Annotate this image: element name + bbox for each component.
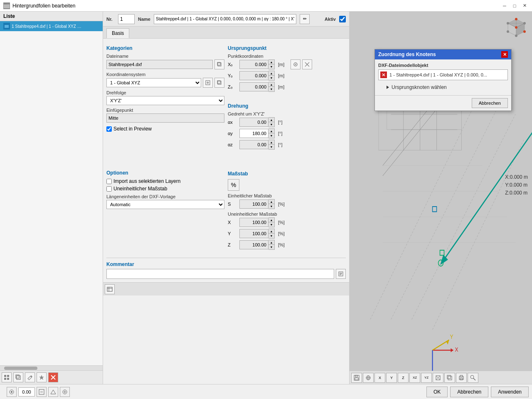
z0-down[interactable]: ▼ xyxy=(268,87,274,91)
vp-btn-xz[interactable]: XZ xyxy=(409,373,420,383)
vp-btn-fit[interactable] xyxy=(433,373,443,383)
x0-pick-btn1[interactable] xyxy=(291,59,300,69)
ay-up[interactable]: ▲ xyxy=(268,129,274,133)
viewport-canvas[interactable]: X Y Z X:0.000 m Y:0.000 m Z:0.000 m xyxy=(350,12,532,371)
einfuegepunkt-input[interactable] xyxy=(106,113,224,123)
ursprungspunkt-title: Ursprungspunkt xyxy=(228,45,346,51)
x0-down[interactable]: ▼ xyxy=(268,64,274,69)
y0-spinner[interactable]: ▲ ▼ xyxy=(268,71,275,81)
z0-spinner[interactable]: ▲ ▼ xyxy=(268,82,275,92)
drehfolge-select[interactable]: X'Y'Z' xyxy=(106,96,224,105)
x0-pick-btn2[interactable] xyxy=(302,59,312,69)
scale-x-input[interactable] xyxy=(239,218,268,227)
koordinatensystem-select[interactable]: 1 - Global XYZ xyxy=(106,78,201,87)
ax-spinner[interactable]: ▲ ▼ xyxy=(268,117,275,127)
kommentar-input[interactable] xyxy=(106,269,334,279)
az-spinner[interactable]: ▲ ▼ xyxy=(268,140,275,150)
anwenden-button[interactable]: Anwenden xyxy=(491,387,529,397)
list-item[interactable]: 1 Stahltreppe4.dxf | 1 - Global XYZ | 0.… xyxy=(0,21,103,31)
bottom-icon-btn1[interactable] xyxy=(7,387,17,397)
scale-x-down[interactable]: ▼ xyxy=(268,222,274,227)
dateiname-input[interactable] xyxy=(106,60,213,69)
az-input[interactable] xyxy=(239,140,268,149)
scale-z-spinner[interactable]: ▲ ▼ xyxy=(268,240,275,250)
vp-btn-z[interactable]: Z xyxy=(398,373,409,383)
scale-x-up[interactable]: ▲ xyxy=(268,218,274,222)
vp-btn-save[interactable] xyxy=(351,373,362,383)
scale-z-up[interactable]: ▲ xyxy=(268,240,274,245)
ay-down[interactable]: ▼ xyxy=(268,133,274,138)
y0-down[interactable]: ▼ xyxy=(268,76,274,80)
viewport: X Y Z X:0.000 m Y:0.000 m Z:0.000 m xyxy=(349,12,532,384)
scale-y-spinner[interactable]: ▲ ▼ xyxy=(268,229,275,239)
koordinatensystem-btn2[interactable] xyxy=(214,78,224,88)
vp-btn-y[interactable]: Y xyxy=(386,373,397,383)
dialog-header[interactable]: Zuordnung des Knotens ✕ xyxy=(375,49,511,59)
s-input[interactable] xyxy=(239,200,268,209)
laengeneinheiten-select[interactable]: Automatic xyxy=(106,200,224,209)
z0-up[interactable]: ▲ xyxy=(268,82,274,87)
z0-input[interactable] xyxy=(239,82,268,91)
ay-spinner[interactable]: ▲ ▼ xyxy=(268,128,275,138)
x0-up[interactable]: ▲ xyxy=(268,60,274,64)
svg-rect-63 xyxy=(433,207,437,212)
x0-input[interactable] xyxy=(239,60,268,69)
import-checkbox[interactable] xyxy=(106,179,112,184)
dialog-item[interactable]: 1 - Stahltreppe4.dxf | 1 - Global XYZ | … xyxy=(378,69,508,80)
aktiv-checkbox[interactable] xyxy=(339,16,346,22)
scale-y-up[interactable]: ▲ xyxy=(268,229,274,234)
name-input[interactable] xyxy=(154,14,296,24)
dialog-cancel-button[interactable]: Abbrechen xyxy=(472,98,508,108)
uneinheitlich-checkbox[interactable] xyxy=(106,186,112,192)
y0-up[interactable]: ▲ xyxy=(268,71,274,76)
tab-basis[interactable]: Basis xyxy=(106,28,129,38)
bottom-icon-btn2[interactable] xyxy=(37,387,47,397)
y0-input[interactable] xyxy=(239,71,268,80)
ax-up[interactable]: ▲ xyxy=(268,118,274,122)
dateiname-copy-button[interactable] xyxy=(214,59,224,69)
abbrechen-button[interactable]: Abbrechen xyxy=(450,387,488,397)
vp-btn-yz[interactable]: YZ xyxy=(421,373,432,383)
s-down[interactable]: ▼ xyxy=(268,204,274,209)
ok-button[interactable]: OK xyxy=(426,387,448,397)
dialog-close-button[interactable]: ✕ xyxy=(501,51,508,58)
close-button[interactable]: ✕ xyxy=(520,2,529,10)
scale-z-input[interactable] xyxy=(239,240,268,249)
form-left: Kategorien Dateiname Koordinatensystem 1… xyxy=(106,42,224,251)
ax-down[interactable]: ▼ xyxy=(268,122,274,127)
scale-y-down[interactable]: ▼ xyxy=(268,234,274,238)
ay-input[interactable] xyxy=(239,129,268,138)
edit-name-button[interactable]: ✏ xyxy=(300,14,310,24)
svg-rect-89 xyxy=(447,375,451,379)
s-spinner[interactable]: ▲ ▼ xyxy=(268,199,275,209)
bottom-icon-btn3[interactable] xyxy=(48,387,58,397)
koordinatensystem-btn1[interactable] xyxy=(203,78,213,88)
s-up[interactable]: ▲ xyxy=(268,200,274,204)
vp-btn-copy[interactable] xyxy=(444,373,455,383)
minimize-button[interactable]: ─ xyxy=(500,2,509,10)
vp-btn-view[interactable] xyxy=(363,373,374,383)
vp-btn-print[interactable] xyxy=(456,373,467,383)
scale-z-down[interactable]: ▼ xyxy=(268,245,274,249)
edit-item-button[interactable] xyxy=(25,372,35,382)
vp-btn-zoom[interactable] xyxy=(468,373,478,383)
svg-rect-7 xyxy=(4,378,6,380)
nr-input[interactable] xyxy=(118,14,135,24)
scale-x-spinner[interactable]: ▲ ▼ xyxy=(268,217,275,227)
x0-spinner[interactable]: ▲ ▼ xyxy=(268,59,275,69)
scale-y-input[interactable] xyxy=(239,229,268,238)
bottom-icon-btn4[interactable] xyxy=(60,387,70,397)
vp-btn-x[interactable]: X xyxy=(374,373,385,383)
kommentar-btn[interactable] xyxy=(336,269,346,279)
add-item-button[interactable] xyxy=(2,372,12,382)
dialog-subitem[interactable]: Ursprungsknoten wählen xyxy=(378,83,508,92)
delete-item-button[interactable] xyxy=(48,372,58,382)
copy-item-button[interactable] xyxy=(13,372,23,382)
ax-input[interactable] xyxy=(239,118,268,127)
az-down[interactable]: ▼ xyxy=(268,145,274,149)
maximize-button[interactable]: □ xyxy=(510,2,519,10)
form-toolbar-btn1[interactable] xyxy=(105,284,115,294)
az-up[interactable]: ▲ xyxy=(268,140,274,145)
select-in-preview-checkbox[interactable] xyxy=(106,126,112,132)
settings-item-button[interactable] xyxy=(37,372,47,382)
